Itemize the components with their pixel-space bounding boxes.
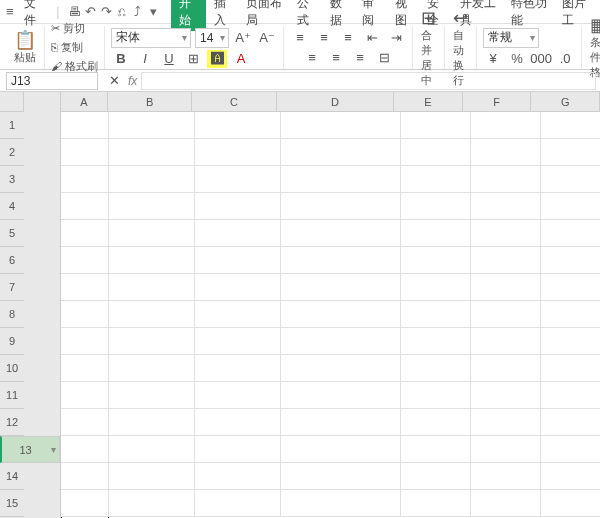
align-top-icon[interactable]: ≡	[290, 29, 310, 47]
align-right-icon[interactable]: ≡	[350, 49, 370, 67]
hamburger-icon[interactable]: ≡	[4, 4, 16, 19]
wrap-icon: ↩	[453, 8, 468, 28]
cond-format-icon: ▦	[590, 15, 600, 35]
row-header-6[interactable]: 6	[0, 247, 24, 274]
paste-icon: 📋	[14, 30, 36, 50]
row-headers: 123456789101112131415	[0, 92, 61, 518]
conditional-format-button[interactable]: ▦ 条件格	[586, 15, 600, 80]
font-size-select[interactable]: 14	[195, 28, 229, 48]
row-header-11[interactable]: 11	[0, 382, 24, 409]
col-header-G[interactable]: G	[531, 92, 600, 111]
row-header-13[interactable]: 13	[0, 436, 60, 463]
fill-color-button[interactable]: 🅰	[207, 50, 227, 68]
indent-inc-icon[interactable]: ⇥	[386, 29, 406, 47]
align-middle-icon[interactable]: ≡	[314, 29, 334, 47]
row-header-3[interactable]: 3	[0, 166, 24, 193]
increase-font-icon[interactable]: A⁺	[233, 29, 253, 47]
row-header-14[interactable]: 14	[0, 463, 24, 490]
row-header-9[interactable]: 9	[0, 328, 24, 355]
ribbon-toolbar: 📋 粘贴 ✂ 剪切 ⎘ 复制 🖌 格式刷 宋体 14 A⁺ A⁻ B I U ⊞…	[0, 24, 600, 70]
fx-icon[interactable]: fx	[128, 74, 137, 88]
row-header-12[interactable]: 12	[0, 409, 24, 436]
percent-icon[interactable]: %	[507, 50, 527, 68]
menu-bar: ≡ 文件 | 🖶 ↶ ↷ ⎌ ⤴ ▾ 开始 插入 页面布局 公式 数据 审阅 视…	[0, 0, 600, 24]
paste-label: 粘贴	[14, 50, 36, 65]
column-headers: ABCDEFG	[61, 92, 600, 112]
merge-icon: ⊞	[421, 8, 436, 28]
col-header-B[interactable]: B	[108, 92, 192, 111]
qat-icon-4[interactable]: ⤴	[131, 4, 145, 19]
row-header-7[interactable]: 7	[0, 274, 24, 301]
qat-save-icon[interactable]: 🖶	[67, 4, 81, 19]
formula-bar: J13 ✕ fx	[0, 70, 600, 92]
col-header-C[interactable]: C	[192, 92, 276, 111]
select-all-corner[interactable]	[0, 92, 24, 112]
underline-button[interactable]: U	[159, 50, 179, 68]
qat-redo-icon[interactable]: ↷	[99, 4, 113, 19]
number-format-select[interactable]: 常规	[483, 28, 539, 48]
dec-inc-icon[interactable]: .0	[555, 50, 575, 68]
col-header-F[interactable]: F	[463, 92, 532, 111]
row-header-4[interactable]: 4	[0, 193, 24, 220]
col-header-E[interactable]: E	[394, 92, 463, 111]
qat-undo-icon[interactable]: ↶	[83, 4, 97, 19]
align-center-icon[interactable]: ≡	[326, 49, 346, 67]
bold-button[interactable]: B	[111, 50, 131, 68]
row-header-10[interactable]: 10	[0, 355, 24, 382]
row-header-1[interactable]: 1	[0, 112, 24, 139]
align-left-icon[interactable]: ≡	[302, 49, 322, 67]
font-color-button[interactable]: A	[231, 50, 251, 68]
col-header-D[interactable]: D	[277, 92, 395, 111]
font-name-select[interactable]: 宋体	[111, 28, 191, 48]
row-header-2[interactable]: 2	[0, 139, 24, 166]
qat-more-icon[interactable]: ▾	[147, 4, 161, 19]
italic-button[interactable]: I	[135, 50, 155, 68]
row-header-15[interactable]: 15	[0, 490, 24, 517]
fx-cancel-icon[interactable]: ✕	[104, 72, 124, 90]
col-header-A[interactable]: A	[61, 92, 108, 111]
cell-grid[interactable]: 序列部门人员其它信息财务部徐碌王旦欣王伟技术部朱继武周雪供应部徐利伟袁龙嘉生产部…	[61, 112, 600, 519]
cut-button[interactable]: ✂ 剪切	[49, 20, 87, 37]
formula-input[interactable]	[141, 72, 596, 90]
name-box[interactable]: J13	[6, 72, 98, 90]
decrease-font-icon[interactable]: A⁻	[257, 29, 277, 47]
copy-button[interactable]: ⎘ 复制	[49, 39, 85, 56]
align-bottom-icon[interactable]: ≡	[338, 29, 358, 47]
qat-icon-3[interactable]: ⎌	[115, 4, 129, 19]
worksheet: 123456789101112131415 ABCDEFG 序列部门人员其它信息…	[0, 92, 600, 518]
border-button[interactable]: ⊞	[183, 50, 203, 68]
comma-icon[interactable]: 000	[531, 50, 551, 68]
currency-icon[interactable]: ¥	[483, 50, 503, 68]
row-header-8[interactable]: 8	[0, 301, 24, 328]
merge-split-icon[interactable]: ⊟	[374, 49, 394, 67]
indent-dec-icon[interactable]: ⇤	[362, 29, 382, 47]
row-header-5[interactable]: 5	[0, 220, 24, 247]
paste-button[interactable]: 📋 粘贴	[10, 30, 40, 65]
